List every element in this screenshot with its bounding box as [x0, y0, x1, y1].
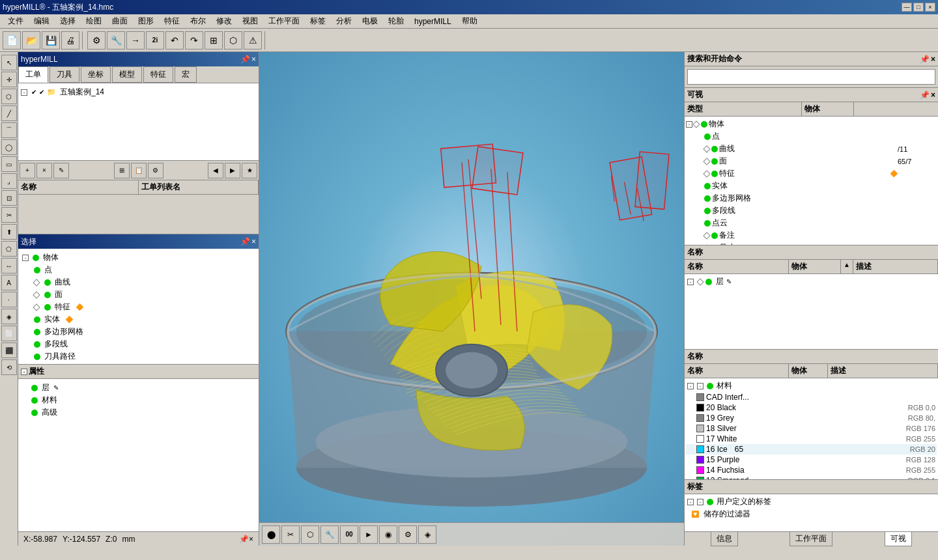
menu-electrode[interactable]: 电极	[357, 14, 383, 28]
sidebar-icon-fillet[interactable]: ⌟	[1, 173, 17, 189]
toolbar-warn[interactable]: ⚠	[244, 31, 262, 49]
close-button[interactable]: ×	[925, 3, 935, 12]
statusbar-pin-icon[interactable]: 📌	[239, 535, 249, 544]
hypermill-close-icon[interactable]: ×	[251, 55, 256, 64]
expand-mat-root2[interactable]: -	[697, 383, 704, 389]
selection-pin-icon[interactable]: 📌	[240, 237, 250, 246]
menu-feature[interactable]: 特征	[159, 14, 185, 28]
menu-shape[interactable]: 图形	[133, 14, 159, 28]
minimize-button[interactable]: —	[902, 3, 912, 12]
menu-workplane[interactable]: 工作平面	[263, 14, 305, 28]
toolbar-3d[interactable]: ⬡	[224, 31, 242, 49]
hypermill-pin-icon[interactable]: 📌	[240, 55, 250, 64]
menu-modify[interactable]: 修改	[211, 14, 237, 28]
tab-tool[interactable]: 刀具	[50, 66, 79, 83]
menu-draw[interactable]: 绘图	[81, 14, 107, 28]
search-pin-icon[interactable]: 📌	[920, 55, 930, 64]
hm-edit-btn[interactable]: ✎	[53, 163, 69, 178]
menu-wheel[interactable]: 轮胎	[383, 14, 409, 28]
sidebar-icon-text[interactable]: A	[1, 275, 17, 290]
hm-add-btn[interactable]: +	[20, 163, 35, 178]
toolbar-back[interactable]: ↶	[165, 31, 184, 49]
hm-copy-btn[interactable]: ⊞	[114, 163, 130, 178]
search-close-icon[interactable]: ×	[931, 55, 935, 64]
toolbar-new[interactable]: 📄	[3, 31, 21, 49]
sidebar-icon-line[interactable]: ╱	[1, 105, 17, 121]
sidebar-icon-cursor[interactable]: ✛	[1, 72, 17, 87]
toolbar-open[interactable]: 📂	[22, 31, 40, 49]
toolbar-settings[interactable]: ⚙	[87, 31, 106, 49]
sidebar-icon-3d1[interactable]: ⬡	[1, 89, 17, 104]
hm-gen-btn[interactable]: ⚙	[148, 163, 163, 178]
hm-paste-btn[interactable]: 📋	[131, 163, 147, 178]
expand-root[interactable]: -	[21, 89, 27, 96]
vp-play-btn[interactable]: ►	[360, 525, 378, 544]
vp-sphere-btn[interactable]: ⬤	[262, 525, 280, 544]
menu-hypermill[interactable]: hyperMILL	[409, 16, 457, 27]
hm-star-btn[interactable]: ★	[242, 163, 257, 178]
sidebar-icon-circle[interactable]: ◯	[1, 139, 17, 155]
expand-attr[interactable]: -	[21, 369, 27, 375]
menu-file[interactable]: 文件	[3, 14, 29, 28]
tab-macro[interactable]: 宏	[175, 66, 197, 83]
sidebar-icon-extrude[interactable]: ⬆	[1, 224, 17, 240]
toolbar-wrench[interactable]: 🔧	[107, 31, 125, 49]
expand-name-layer[interactable]: -	[687, 279, 694, 285]
menu-help[interactable]: 帮助	[457, 14, 483, 28]
sidebar-icon-box[interactable]: ⬜	[1, 326, 17, 341]
sidebar-icon-snap[interactable]: ◈	[1, 309, 17, 324]
menu-edit[interactable]: 编辑	[29, 14, 55, 28]
sidebar-icon-select[interactable]: ↖	[1, 55, 17, 70]
toolbar-save[interactable]: 💾	[42, 31, 60, 49]
sidebar-icon-point[interactable]: ·	[1, 292, 17, 307]
sidebar-icon-solid[interactable]: ⬛	[1, 343, 17, 358]
vp-wrench-btn[interactable]: 🔧	[320, 525, 339, 544]
vp-cut-btn[interactable]: ✂	[281, 525, 300, 544]
toolbar-2d[interactable]: 2i	[146, 31, 164, 49]
statusbar-close-icon[interactable]: ×	[249, 535, 253, 544]
vp-settings-btn[interactable]: ⚙	[399, 525, 417, 544]
menu-surface[interactable]: 曲面	[107, 14, 133, 28]
menu-select[interactable]: 选择	[55, 14, 81, 28]
sidebar-icon-dim[interactable]: ↔	[1, 258, 17, 273]
toolbar-forward[interactable]: ↷	[185, 31, 203, 49]
sidebar-icon-rect[interactable]: ▭	[1, 156, 17, 172]
expand-sel-root[interactable]: -	[22, 255, 29, 261]
sidebar-icon-offset[interactable]: ⊡	[1, 190, 17, 206]
selection-close-icon[interactable]: ×	[251, 237, 256, 246]
expand-vis-object[interactable]: -	[686, 121, 692, 128]
visible-close-icon[interactable]: ×	[931, 91, 935, 100]
tab-job[interactable]: 工单	[18, 66, 48, 83]
vp-00-btn[interactable]: 00	[340, 525, 358, 544]
expand-tags-user[interactable]: -	[687, 499, 694, 505]
menu-analysis[interactable]: 分析	[331, 14, 357, 28]
maximize-button[interactable]: □	[913, 3, 924, 12]
hm-prev-btn[interactable]: ◀	[208, 163, 223, 178]
sidebar-icon-trim[interactable]: ✂	[1, 207, 17, 223]
visible-pin-icon[interactable]: 📌	[920, 91, 930, 100]
hm-next-btn[interactable]: ▶	[225, 163, 240, 178]
tab-model[interactable]: 模型	[112, 66, 142, 83]
sidebar-icon-curve[interactable]: ⌒	[1, 122, 17, 138]
toolbar-copy[interactable]: ⊞	[205, 31, 223, 49]
expand-tags-user2[interactable]: -	[697, 499, 704, 505]
toolbar-print[interactable]: 🖨	[61, 31, 79, 49]
rb-tab-info[interactable]: 信息	[711, 531, 738, 546]
sidebar-icon-transform[interactable]: ⟲	[1, 359, 17, 375]
vp-dot-btn[interactable]: ◉	[379, 525, 397, 544]
hm-del-btn[interactable]: ×	[36, 163, 52, 178]
menu-view[interactable]: 视图	[237, 14, 263, 28]
expand-mat-root[interactable]: -	[687, 383, 694, 389]
toolbar-arrow[interactable]: →	[126, 31, 145, 49]
vp-hex-btn[interactable]: ⬡	[301, 525, 319, 544]
rb-tab-visible[interactable]: 可视	[885, 531, 912, 546]
vp-grid-btn[interactable]: ◈	[418, 525, 436, 544]
tab-feature[interactable]: 特征	[143, 66, 173, 83]
menu-bool[interactable]: 布尔	[185, 14, 211, 28]
rb-tab-workplane[interactable]: 工作平面	[789, 531, 832, 546]
viewport[interactable]: ⬤ ✂ ⬡ 🔧 00 ► ◉ ⚙ ◈	[259, 52, 684, 546]
search-input[interactable]	[688, 70, 935, 84]
tab-coord[interactable]: 坐标	[81, 66, 111, 83]
menu-tags[interactable]: 标签	[305, 14, 331, 28]
sidebar-icon-mesh[interactable]: ⬠	[1, 241, 17, 257]
